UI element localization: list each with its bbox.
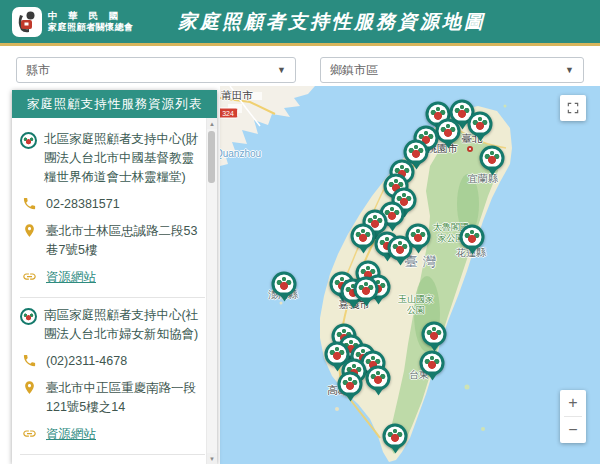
map-marker[interactable] xyxy=(460,225,485,250)
map-marker[interactable] xyxy=(272,272,297,297)
chevron-down-icon: ▼ xyxy=(277,65,286,75)
org-marker-icon xyxy=(20,308,37,325)
chevron-down-icon: ▼ xyxy=(565,65,574,75)
org-name-line2: 家庭照顧者關懷總會 xyxy=(48,22,134,33)
map-marker[interactable] xyxy=(338,372,363,397)
resource-website-link[interactable]: 資源網站 xyxy=(46,268,96,286)
zoom-in-button[interactable]: + xyxy=(560,390,586,416)
center-name: 南區家庭照顧者支持中心(社團法人台北市婦女新知協會) xyxy=(44,306,203,344)
list-item[interactable]: 東區家庭照顧者支持中心(財團法人台灣省私立健順養護中心) (02)7703-19… xyxy=(20,455,205,464)
list-item[interactable]: 南區家庭照顧者支持中心(社團法人台北市婦女新知協會) (02)2311-4678… xyxy=(20,298,205,455)
list-item[interactable]: 北區家庭照顧者支持中心(財團法人台北市中國基督教靈糧世界佈道會士林靈糧堂) 02… xyxy=(20,122,205,298)
filter-bar: 縣市 ▼ 鄉鎮市區 ▼ xyxy=(0,46,600,86)
map-label xyxy=(467,146,473,152)
page-title: 家庭照顧者支持性服務資源地圖 xyxy=(178,9,486,35)
county-select[interactable]: 縣市 ▼ xyxy=(16,57,296,83)
scroll-up-arrow[interactable]: ▲ xyxy=(207,118,217,129)
org-name: 中 華 民 國 家庭照顧者關懷總會 xyxy=(48,10,134,33)
district-select-value: 鄉鎮市區 xyxy=(330,62,378,79)
map-label: 324 xyxy=(220,108,238,119)
map-marker[interactable] xyxy=(420,351,445,376)
fullscreen-button[interactable] xyxy=(560,95,586,121)
district-select[interactable]: 鄉鎮市區 ▼ xyxy=(320,57,584,83)
fullscreen-icon xyxy=(566,101,580,115)
map-marker[interactable] xyxy=(422,322,447,347)
scrollbar-thumb[interactable] xyxy=(208,131,215,183)
resource-list: 北區家庭照顧者支持中心(財團法人台北市中國基督教靈糧世界佈道會士林靈糧堂) 02… xyxy=(12,118,207,464)
zoom-out-button[interactable]: − xyxy=(560,417,586,443)
center-name: 北區家庭照顧者支持中心(財團法人台北市中國基督教靈糧世界佈道會士林靈糧堂) xyxy=(44,130,203,186)
sidebar-scrollbar[interactable]: ▲ ▼ xyxy=(206,118,217,464)
org-name-line1: 中 華 民 國 xyxy=(48,10,134,22)
zoom-control: + − xyxy=(560,390,586,443)
map-marker[interactable] xyxy=(436,119,461,144)
map-label: 莆田市 xyxy=(221,89,253,103)
resource-list-panel: 家庭照顧支持性服務資源列表 北區家庭照顧者支持中心(財團法人台北市中國基督教靈糧… xyxy=(12,90,217,464)
center-phone: 02-28381571 xyxy=(46,195,120,213)
map-canvas[interactable]: 莆田市324Quanzhou臺北桃園市宜蘭縣太魯閣國家公園花蓮縣臺灣玉山國家公園… xyxy=(220,86,600,464)
map-marker[interactable] xyxy=(468,112,493,137)
resource-list-title: 家庭照顧支持性服務資源列表 xyxy=(12,90,217,118)
center-phone: (02)2311-4678 xyxy=(46,352,127,370)
phone-icon xyxy=(22,196,37,211)
org-logo-icon xyxy=(12,7,42,37)
center-address: 臺北市士林區忠誠路二段53巷7號5樓 xyxy=(46,222,203,258)
map-marker[interactable] xyxy=(366,366,391,391)
map-marker[interactable] xyxy=(388,236,413,261)
org-logo-block: 中 華 民 國 家庭照顧者關懷總會 xyxy=(12,7,134,37)
map-marker[interactable] xyxy=(480,146,505,171)
center-address: 臺北市中正區重慶南路一段121號5樓之14 xyxy=(46,379,203,415)
phone-icon xyxy=(22,353,37,368)
map-marker[interactable] xyxy=(383,424,408,449)
map-label: 玉山國家公園 xyxy=(394,294,438,317)
header-banner: 中 華 民 國 家庭照顧者關懷總會 家庭照顧者支持性服務資源地圖 xyxy=(0,0,600,46)
map-label: 臺灣 xyxy=(405,253,441,271)
org-marker-icon xyxy=(20,132,37,149)
resource-website-link[interactable]: 資源網站 xyxy=(46,425,96,443)
map-marker[interactable] xyxy=(354,277,379,302)
link-icon xyxy=(22,426,37,441)
link-icon xyxy=(22,269,37,284)
app-window: 中 華 民 國 家庭照顧者關懷總會 家庭照顧者支持性服務資源地圖 縣市 ▼ 鄉鎮… xyxy=(0,0,600,464)
map-marker[interactable] xyxy=(351,224,376,249)
county-select-value: 縣市 xyxy=(26,62,50,79)
location-pin-icon xyxy=(22,380,37,395)
location-pin-icon xyxy=(22,223,37,238)
scroll-down-arrow[interactable]: ▼ xyxy=(207,453,217,464)
map-label: Quanzhou xyxy=(220,148,261,159)
